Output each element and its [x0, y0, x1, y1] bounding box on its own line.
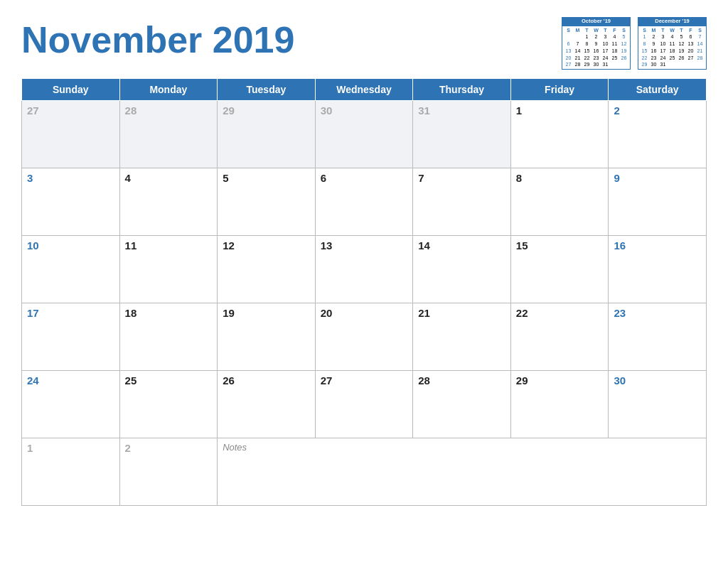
- day-number: 11: [125, 239, 137, 252]
- calendar-body: 2728293031123456789101112131415161718192…: [22, 101, 707, 506]
- table-cell: 24: [22, 371, 120, 438]
- calendar-row: 17181920212223: [22, 303, 707, 371]
- day-number: 2: [614, 104, 619, 117]
- day-number: 5: [223, 172, 228, 184]
- day-number: 18: [125, 307, 137, 319]
- table-cell: 27: [22, 101, 120, 168]
- day-number: 15: [516, 239, 528, 252]
- table-cell: 26: [218, 371, 316, 438]
- day-number: 1: [27, 442, 33, 454]
- day-number: 29: [223, 104, 235, 117]
- notes-cell: Notes: [218, 438, 707, 506]
- day-number: 23: [614, 307, 626, 319]
- table-cell: 13: [315, 236, 413, 303]
- day-number: 8: [516, 172, 522, 184]
- main-title: November 2019: [21, 14, 294, 58]
- calendar-row: 10111213141516: [22, 236, 707, 303]
- table-cell: 20: [315, 303, 413, 371]
- table-cell: 2: [609, 101, 707, 168]
- table-cell: 9: [609, 168, 707, 236]
- table-cell: 16: [609, 236, 707, 303]
- table-cell: 31: [413, 101, 511, 168]
- table-cell: 1: [22, 438, 120, 506]
- day-number: 13: [321, 239, 333, 252]
- table-cell: 5: [218, 168, 316, 236]
- day-number: 9: [614, 172, 619, 184]
- day-number: 28: [418, 374, 430, 387]
- day-number: 31: [418, 104, 430, 117]
- table-cell: 10: [22, 236, 120, 303]
- table-cell: 17: [22, 303, 120, 371]
- table-cell: 29: [510, 371, 609, 438]
- table-cell: 3: [22, 168, 120, 236]
- day-number: 12: [223, 239, 235, 252]
- day-header: Thursday: [413, 79, 511, 101]
- day-number: 27: [27, 104, 39, 117]
- day-number: 20: [321, 307, 333, 319]
- day-number: 17: [27, 307, 39, 319]
- mini-calendars: October '19SMTWTFS 123456789101112131415…: [562, 17, 707, 70]
- table-cell: 25: [119, 371, 218, 438]
- day-header: Friday: [510, 79, 609, 101]
- calendar-row: 12Notes: [22, 438, 707, 506]
- table-cell: 15: [510, 236, 609, 303]
- day-number: 16: [614, 239, 626, 252]
- day-number: 3: [27, 172, 33, 184]
- day-number: 26: [223, 374, 235, 387]
- table-cell: 12: [218, 236, 316, 303]
- table-cell: 11: [119, 236, 218, 303]
- day-number: 27: [321, 374, 333, 387]
- table-cell: 6: [315, 168, 413, 236]
- table-cell: 23: [609, 303, 707, 371]
- table-cell: 30: [315, 101, 413, 168]
- table-cell: 22: [510, 303, 609, 371]
- mini-calendar: October '19SMTWTFS 123456789101112131415…: [562, 17, 631, 70]
- day-header-row: SundayMondayTuesdayWednesdayThursdayFrid…: [22, 79, 707, 101]
- day-number: 7: [418, 172, 424, 184]
- table-cell: 21: [413, 303, 511, 371]
- day-number: 25: [125, 374, 137, 387]
- table-cell: 14: [413, 236, 511, 303]
- header-area: November 2019 October '19SMTWTFS 1234567…: [21, 14, 707, 70]
- day-number: 30: [614, 374, 626, 387]
- day-number: 6: [321, 172, 326, 184]
- day-number: 19: [223, 307, 235, 319]
- table-cell: 28: [119, 101, 218, 168]
- table-cell: 29: [218, 101, 316, 168]
- table-cell: 1: [510, 101, 609, 168]
- mini-calendar: December '19SMTWTFS123456789101112131415…: [638, 17, 707, 70]
- day-number: 21: [418, 307, 430, 319]
- day-header: Saturday: [609, 79, 707, 101]
- calendar-row: 272829303112: [22, 101, 707, 168]
- day-header: Wednesday: [315, 79, 413, 101]
- table-cell: 28: [413, 371, 511, 438]
- day-number: 10: [27, 239, 39, 252]
- day-number: 24: [27, 374, 39, 387]
- day-number: 28: [125, 104, 137, 117]
- table-cell: 30: [609, 371, 707, 438]
- day-number: 29: [516, 374, 528, 387]
- day-header: Tuesday: [218, 79, 316, 101]
- day-number: 22: [516, 307, 528, 319]
- calendar-row: 3456789: [22, 168, 707, 236]
- day-number: 14: [418, 239, 430, 252]
- table-cell: 18: [119, 303, 218, 371]
- table-cell: 27: [315, 371, 413, 438]
- calendar-table: SundayMondayTuesdayWednesdayThursdayFrid…: [21, 78, 707, 506]
- table-cell: 2: [119, 438, 218, 506]
- day-number: 4: [125, 172, 131, 184]
- day-header: Sunday: [22, 79, 120, 101]
- table-cell: 19: [218, 303, 316, 371]
- calendar-row: 24252627282930: [22, 371, 707, 438]
- day-number: 1: [516, 104, 522, 117]
- day-number: 30: [321, 104, 333, 117]
- table-cell: 4: [119, 168, 218, 236]
- table-cell: 7: [413, 168, 511, 236]
- table-cell: 8: [510, 168, 609, 236]
- day-header: Monday: [119, 79, 218, 101]
- day-number: 2: [125, 442, 131, 454]
